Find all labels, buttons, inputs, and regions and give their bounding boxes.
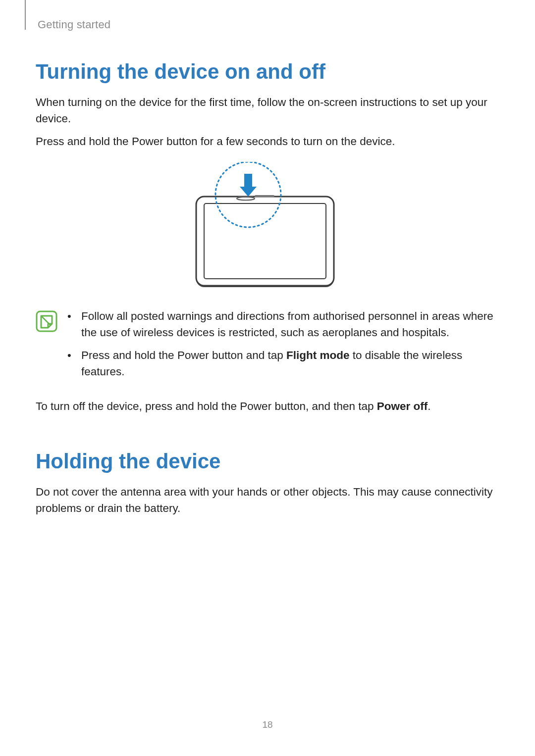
bold-power-off: Power off [377, 400, 428, 412]
text-fragment: . [428, 400, 430, 412]
arrow-down-icon [240, 174, 257, 197]
note-list: • Follow all posted warnings and directi… [67, 308, 500, 387]
device-power-illustration [191, 162, 345, 291]
breadcrumb: Getting started [38, 18, 500, 31]
manual-page: Getting started Turning the device on an… [0, 0, 535, 756]
note-text: Press and hold the Power button and tap … [81, 348, 500, 380]
section-heading-holding-device: Holding the device [36, 450, 500, 473]
list-item: • Press and hold the Power button and ta… [67, 348, 500, 380]
page-number: 18 [0, 719, 535, 730]
paragraph: Press and hold the Power button for a fe… [36, 134, 500, 150]
svg-rect-3 [255, 195, 274, 197]
bold-flight-mode: Flight mode [286, 349, 350, 361]
paragraph: Do not cover the antenna area with your … [36, 484, 500, 516]
svg-marker-7 [240, 187, 257, 197]
note-block: • Follow all posted warnings and directi… [36, 308, 500, 387]
note-icon [36, 310, 60, 387]
paragraph: To turn off the device, press and hold t… [36, 399, 500, 415]
section-heading-turning-on-off: Turning the device on and off [36, 60, 500, 84]
note-text: Follow all posted warnings and direction… [81, 308, 500, 341]
figure-power-button [36, 162, 500, 291]
svg-rect-6 [244, 174, 252, 187]
tablet-outline-icon [196, 195, 334, 287]
text-fragment: Press and hold the Power button and tap [81, 349, 286, 361]
paragraph: When turning on the device for the first… [36, 95, 500, 127]
list-item: • Follow all posted warnings and directi… [67, 308, 500, 341]
bullet-icon: • [67, 308, 76, 341]
side-rule [25, 0, 26, 30]
bullet-icon: • [67, 348, 76, 380]
text-fragment: To turn off the device, press and hold t… [36, 400, 377, 412]
